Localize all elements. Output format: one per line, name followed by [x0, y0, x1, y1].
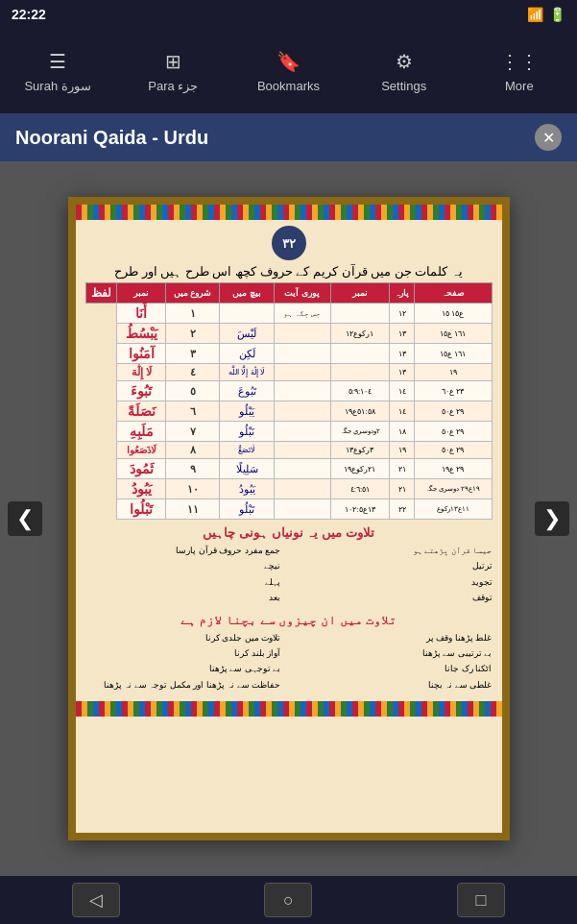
section2-item: تلاوت میں جلدی کرنا	[85, 631, 281, 644]
recent-button[interactable]: □	[457, 883, 505, 917]
table-row: ١٩ع٢٩ دوسری جگہ ٢١ ٤:٦:٥١ يَبُودُ ١٠ يَب…	[85, 479, 492, 499]
quran-page: ٣٢ یہ کلمات جن میں قرآن کریم کے حروف کچھ…	[68, 197, 510, 840]
section1-item: تجوید	[297, 575, 493, 589]
col-header-2: پارہ	[390, 283, 414, 304]
section1-content: جیسا قرآن پڑھتے ہو جمع مفرد حروف قرآن پا…	[85, 544, 493, 607]
section2-item: بے ترتیبی سے پڑھنا	[297, 646, 493, 660]
section1-item: بعد	[85, 591, 281, 604]
table-row: ٢٩ ع٥٠ ١٨ ٢ودوسري جگہ نَبْلُو ٧ مَلَبِهِ	[85, 422, 492, 442]
settings-icon: ⚙	[396, 50, 413, 73]
table-row: ٢٩ ع٥٠ ١٤ ٥١:٥٨ع١٩ يَبْلُو ٦ نَصَلَةً	[85, 401, 492, 422]
surah-icon: ☰	[49, 50, 66, 73]
table-row: ٢٩ ع٥٠ ١٩ ٣ركوع١٣ لَاتَصَعُّ ٨ لَاذَصَعُ…	[85, 442, 492, 459]
time-display: 22:22	[12, 7, 46, 22]
page-inner: ٣٢ یہ کلمات جن میں قرآن کریم کے حروف کچھ…	[76, 220, 502, 701]
status-icons: 📶 🔋	[527, 7, 565, 22]
section2-item: بے توجہی سے پڑھنا	[85, 662, 281, 675]
col-header-8: لفظ	[85, 283, 117, 304]
page-number: ٣٢	[272, 226, 306, 260]
nav-settings-label: Settings	[381, 79, 426, 93]
para-icon: ⊞	[165, 50, 181, 73]
status-bar: 22:22 📶 🔋	[0, 0, 577, 29]
section1-item: نیچے	[85, 559, 281, 572]
nav-settings[interactable]: ⚙ Settings	[356, 50, 452, 93]
section2-item: آواز بلند کرنا	[85, 646, 281, 660]
section1-item: پہلے	[85, 575, 281, 589]
table-row: ٢٩ ع١٩ ٢١ ٢١ركوع١٩ سَلِيلًا ٩ ثَمُودَ	[85, 459, 492, 479]
col-header-7: نمبر	[117, 283, 166, 304]
border-bottom	[76, 701, 502, 717]
col-header-6: شروع میں	[166, 283, 220, 304]
col-header-5: بیچ میں	[220, 283, 274, 304]
table-row: ١٩ ١٣ لَا إِلَٰهَ إِلَّا اللَّه ٤ لَا إِ…	[85, 364, 492, 381]
col-header-4: پوری آیت	[274, 283, 330, 304]
section1-item: جمع مفرد حروف قرآن پارسا	[85, 544, 281, 557]
section2-item: اٹکنا رک جانا	[297, 662, 493, 675]
close-button[interactable]: ✕	[535, 124, 562, 151]
nav-bookmarks-label: Bookmarks	[257, 79, 320, 93]
section1-item: جیسا قرآن پڑھتے ہو	[297, 544, 493, 557]
table-row: ١٦١ ع١٥ ١٣ لَكِن ٣ آمَنُوا	[85, 344, 492, 364]
section1-item: ترتیل	[297, 559, 493, 572]
table-row: ع١٥ ١٥ ١٢ جس جگہ ہو ١ أَنَا	[85, 304, 492, 324]
nav-bar: ☰ Surah سورة ⊞ Para جزء 🔖 Bookmarks ⚙ Se…	[0, 29, 577, 113]
nav-bookmarks[interactable]: 🔖 Bookmarks	[240, 50, 336, 93]
col-header-1: صفحہ	[414, 283, 492, 304]
home-button[interactable]: ○	[264, 883, 312, 917]
bottom-bar: ◁ ○ □	[0, 876, 577, 924]
col-header-3: نمبر	[330, 283, 390, 304]
page-header: یہ کلمات جن میں قرآن کریم کے حروف کچھ اس…	[85, 264, 493, 279]
section2-item: حفاظت سے نہ پڑھنا اور مکمل توجہ سے نہ پڑ…	[85, 678, 281, 692]
table-row: ٢٣ ع٦٠ ١٤ ٥:٩:١٠٤ تَبُوعَ ٥ تَبُوءَ	[85, 381, 492, 401]
table-row: ١٦١ ع١٥ ١٣ ١ركوع١٢ لَيْسَ ٢ يَبْسُطُ	[85, 324, 492, 344]
section2-item: غلطی سے نہ بچنا	[297, 678, 493, 692]
table-row: ١١ع١٣ركوع ٢٢ ١٣ع١٠٢:٥ تَبْلُو ١١ تَبْلُو…	[85, 499, 492, 520]
nav-para[interactable]: ⊞ Para جزء	[125, 50, 221, 93]
section2-content: غلط پڑھنا وقف پر تلاوت میں جلدی کرنا بے …	[85, 631, 493, 694]
nav-more[interactable]: ⋮⋮ More	[471, 50, 567, 93]
border-top	[76, 205, 502, 220]
title-bar: Noorani Qaida - Urdu ✕	[0, 113, 577, 161]
prev-page-button[interactable]: ❮	[8, 501, 42, 536]
battery-icon: 🔋	[549, 7, 565, 22]
more-icon: ⋮⋮	[500, 50, 539, 73]
page-title: Noorani Qaida - Urdu	[15, 127, 208, 149]
section2-heading: تلاوت میں ان چیزوں سے بچنا لازم ہے	[85, 613, 493, 627]
bookmark-icon: 🔖	[276, 50, 301, 73]
main-content: ❮ ٣٢ یہ کلمات جن میں قرآن کریم کے حروف ک…	[0, 161, 577, 876]
nav-surah-label: Surah سورة	[24, 79, 90, 93]
back-button[interactable]: ◁	[72, 883, 120, 917]
nav-para-label: Para جزء	[148, 79, 198, 93]
nav-surah[interactable]: ☰ Surah سورة	[10, 50, 106, 93]
nav-more-label: More	[505, 79, 534, 93]
section2-item: غلط پڑھنا وقف پر	[297, 631, 493, 644]
wifi-icon: 📶	[527, 7, 543, 22]
section1-item: توقف	[297, 591, 493, 604]
quran-table: صفحہ پارہ نمبر پوری آیت بیچ میں شروع میں…	[85, 282, 493, 520]
next-page-button[interactable]: ❯	[535, 501, 569, 536]
section1-heading: تلاوت میں یہ نونیاں ہونی چاہیں	[85, 525, 493, 540]
